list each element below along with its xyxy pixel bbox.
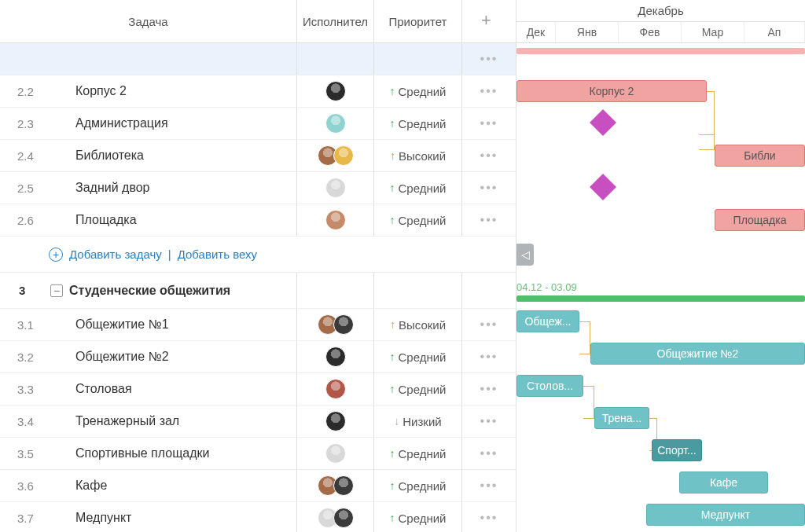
add-task-link[interactable]: Добавить задачу xyxy=(69,248,162,261)
task-name[interactable]: Корпус 2 xyxy=(66,84,296,98)
row-menu-button[interactable]: ••• xyxy=(480,84,498,98)
avatar[interactable] xyxy=(325,81,346,101)
arrow-up-icon: ↑ xyxy=(390,447,395,460)
gantt-bar[interactable]: Медпункт xyxy=(646,504,805,526)
row-menu-button[interactable]: ••• xyxy=(480,213,498,227)
task-grid: Задача Исполнител Приоритет + ••• 2.2 Ко… xyxy=(0,0,516,532)
gantt-bar[interactable]: Трена... xyxy=(594,407,649,429)
arrow-up-icon: ↑ xyxy=(390,318,395,331)
grid-header: Задача Исполнител Приоритет + xyxy=(0,0,516,43)
dependency-link xyxy=(699,134,715,150)
row-menu-button[interactable]: ••• xyxy=(480,382,498,396)
gantt-bar[interactable]: Общежитие №2 xyxy=(590,343,805,365)
add-column-button[interactable]: + xyxy=(462,0,516,42)
row-number: 2.2 xyxy=(0,85,47,98)
row-menu-button[interactable]: ••• xyxy=(480,181,498,195)
table-row[interactable]: 3.4Тренажерный зал ↓Низкий ••• xyxy=(0,405,516,438)
chevron-left-icon: ◁ xyxy=(521,248,530,261)
row-menu-button[interactable]: ••• xyxy=(480,149,498,163)
table-row[interactable]: 3.7Медпункт ↑Средний ••• xyxy=(0,502,516,532)
dependency-link xyxy=(579,321,590,354)
row-menu-button[interactable]: ••• xyxy=(480,52,498,66)
table-row[interactable]: 2.6 Площадка ↑ Средний ••• xyxy=(0,204,516,237)
arrow-up-icon: ↑ xyxy=(390,383,395,395)
arrow-up-icon: ↑ xyxy=(390,479,395,492)
gantt-bar[interactable]: Кафе xyxy=(679,471,768,493)
arrow-up-icon: ↑ xyxy=(390,117,395,130)
row-menu-button[interactable]: ••• xyxy=(480,479,498,493)
row-menu-button[interactable]: ••• xyxy=(480,446,498,460)
dependency-link xyxy=(707,91,715,140)
table-row[interactable]: 2.2 Корпус 2 ↑ Средний ••• xyxy=(0,75,516,108)
add-links-row: + Добавить задачу | Добавить веху xyxy=(0,237,516,273)
arrow-down-icon: ↓ xyxy=(394,415,399,427)
gantt-panel[interactable]: Декабрь Дек Янв Фев Мар Ап Корпус 2 Библ… xyxy=(516,0,805,532)
row-menu-button[interactable]: ••• xyxy=(480,317,498,332)
table-row[interactable]: 3.1Общежитие №1 ↑Высокий ••• xyxy=(0,309,516,341)
arrow-up-icon: ↑ xyxy=(390,350,395,363)
avatar[interactable] xyxy=(325,210,346,230)
avatar[interactable] xyxy=(325,113,346,134)
row-menu-button[interactable]: ••• xyxy=(480,414,498,428)
summary-bar[interactable] xyxy=(516,48,805,54)
table-row[interactable]: 2.5 Задний двор ↑ Средний ••• xyxy=(0,172,516,204)
collapse-left-panel-button[interactable]: ◁ xyxy=(516,244,534,266)
arrow-up-icon: ↑ xyxy=(390,214,395,226)
gantt-bar[interactable]: Площадка xyxy=(715,209,805,231)
row-menu-button[interactable]: ••• xyxy=(480,511,498,525)
avatar[interactable] xyxy=(325,443,346,464)
blank-row[interactable]: ••• xyxy=(0,43,516,75)
arrow-up-icon: ↑ xyxy=(390,512,395,524)
row-menu-button[interactable]: ••• xyxy=(480,116,498,130)
summary-bar[interactable] xyxy=(516,295,805,302)
avatar[interactable] xyxy=(333,145,354,166)
table-row[interactable]: 3.6Кафе ↑Средний ••• xyxy=(0,470,516,502)
row-menu-button[interactable]: ••• xyxy=(480,350,498,364)
group-header-row[interactable]: 3 − Студенческие общежития xyxy=(0,273,516,309)
gantt-bar[interactable]: Общеж... xyxy=(516,310,579,332)
arrow-up-icon: ↑ xyxy=(390,149,395,162)
table-row[interactable]: 3.5Спортивные площадки ↑Средний ••• xyxy=(0,438,516,470)
arrow-up-icon: ↑ xyxy=(390,85,395,97)
assignee-cell[interactable] xyxy=(297,75,374,107)
gantt-month-scale: Дек Янв Фев Мар Ап xyxy=(516,22,805,43)
table-row[interactable]: 2.4 Библиотека ↑ Высокий ••• xyxy=(0,140,516,172)
priority-cell[interactable]: ↑ Средний xyxy=(374,75,462,107)
minus-box-icon: − xyxy=(50,284,63,297)
gantt-bar[interactable]: Библи xyxy=(715,145,805,167)
col-header-priority[interactable]: Приоритет xyxy=(374,0,462,42)
arrow-up-icon: ↑ xyxy=(390,182,395,194)
avatar[interactable] xyxy=(333,475,354,496)
avatar[interactable] xyxy=(325,379,346,399)
avatar[interactable] xyxy=(325,411,346,431)
group-date-range: 04.12 - 03.09 xyxy=(516,281,577,293)
table-row[interactable]: 3.2Общежитие №2 ↑Средний ••• xyxy=(0,341,516,373)
milestone-diamond[interactable] xyxy=(590,174,616,200)
dependency-link xyxy=(583,386,594,419)
table-row[interactable]: 2.3 Администрация ↑ Средний ••• xyxy=(0,108,516,140)
gantt-month-group: Декабрь xyxy=(516,0,805,22)
add-circle-icon[interactable]: + xyxy=(49,248,63,262)
avatar[interactable] xyxy=(325,347,346,367)
avatar[interactable] xyxy=(325,178,346,198)
gantt-bar[interactable]: Спорт... xyxy=(652,439,702,461)
milestone-diamond[interactable] xyxy=(590,109,616,136)
gantt-bar[interactable]: Корпус 2 xyxy=(516,80,707,102)
collapse-toggle[interactable]: − xyxy=(47,284,66,297)
table-row[interactable]: 3.3Столовая ↑Средний ••• xyxy=(0,373,516,405)
gantt-bar[interactable]: Столов... xyxy=(516,375,583,397)
gantt-header: Декабрь Дек Янв Фев Мар Ап xyxy=(516,0,805,43)
col-header-task[interactable]: Задача xyxy=(0,0,297,42)
add-milestone-link[interactable]: Добавить веху xyxy=(178,248,257,261)
avatar[interactable] xyxy=(333,508,354,528)
avatar[interactable] xyxy=(333,314,354,335)
col-header-assignee[interactable]: Исполнител xyxy=(297,0,374,42)
plus-icon: + xyxy=(481,13,497,29)
